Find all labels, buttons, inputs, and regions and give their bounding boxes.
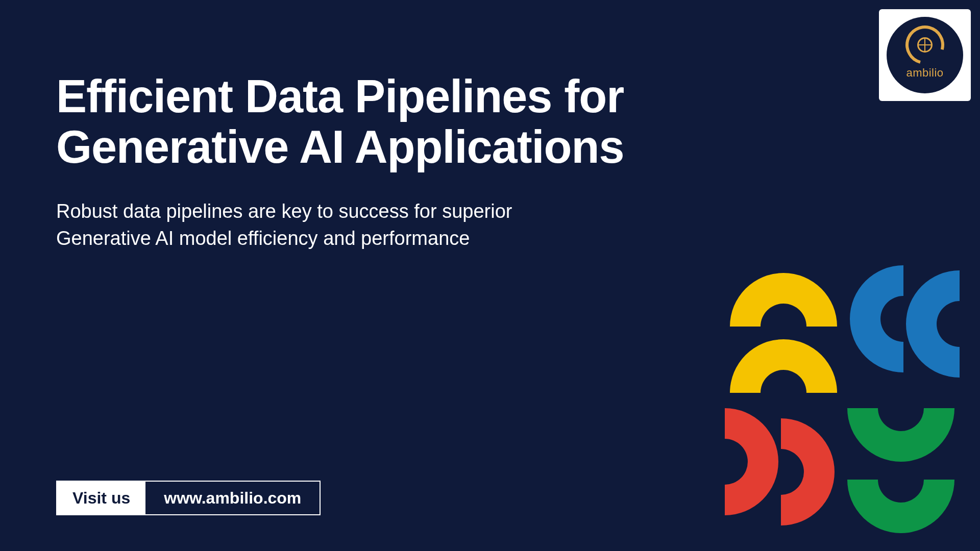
logo-globe-icon — [917, 37, 933, 53]
page-title: Efficient Data Pipelines for Generative … — [56, 71, 669, 172]
blue-c-top-icon — [842, 265, 903, 372]
blue-c-right-icon — [898, 270, 960, 378]
red-d-right-icon — [781, 418, 842, 525]
decorative-shapes — [725, 265, 960, 551]
page-subtitle: Robust data pipelines are key to success… — [56, 198, 592, 252]
logo-text: ambilio — [906, 66, 943, 80]
green-u-bottom-icon — [847, 480, 954, 541]
cta-container: Visit us www.ambilio.com — [56, 481, 321, 515]
logo-circle: ambilio — [887, 17, 963, 93]
logo-container: ambilio — [879, 9, 971, 101]
green-u-top-icon — [847, 408, 954, 469]
red-d-left-icon — [725, 408, 786, 515]
yellow-arc-top-icon — [730, 265, 837, 327]
cta-label: Visit us — [57, 482, 145, 514]
cta-url[interactable]: www.ambilio.com — [145, 482, 320, 514]
yellow-arc-bottom-icon — [730, 332, 837, 393]
